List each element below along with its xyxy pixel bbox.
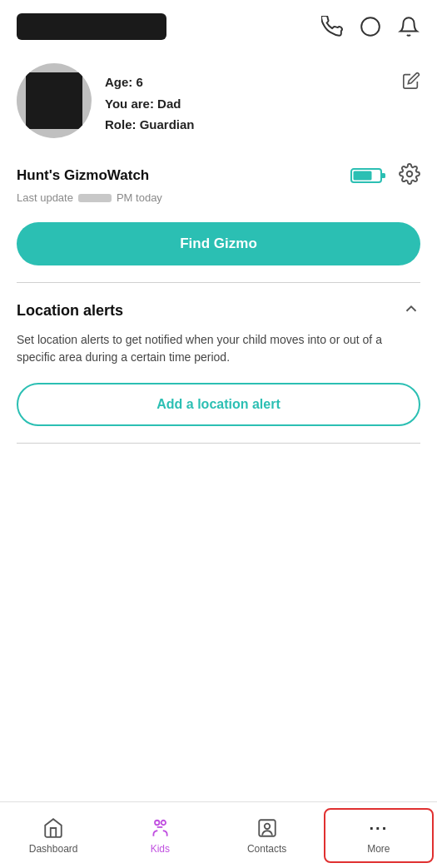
more-icon: ··· — [367, 816, 390, 840]
add-location-alert-button[interactable]: Add a location alert — [17, 383, 420, 426]
watch-subtitle: Last update PM today — [17, 191, 420, 204]
nav-kids[interactable]: Kids — [107, 810, 213, 861]
age-line: Age: 6 — [105, 72, 389, 93]
contacts-icon — [256, 816, 279, 840]
location-alerts-title: Location alerts — [17, 302, 123, 320]
svg-point-6 — [161, 820, 166, 824]
header-title — [17, 13, 166, 40]
svg-rect-7 — [259, 820, 276, 836]
watch-title: Hunt's GizmoWatch — [17, 167, 149, 184]
avatar — [17, 63, 92, 138]
nav-more-label: More — [367, 843, 390, 855]
bottom-nav: Dashboard Kids Contacts ··· More — [0, 801, 437, 868]
watch-header: Hunt's GizmoWatch — [17, 163, 420, 188]
svg-point-5 — [155, 820, 159, 824]
watch-icon-group — [350, 163, 420, 188]
header-icon-group — [320, 15, 420, 38]
role-line: Role: Guardian — [105, 114, 389, 136]
svg-point-4 — [407, 171, 413, 177]
battery-indicator — [350, 164, 387, 187]
find-gizmo-button[interactable]: Find Gizmo — [17, 222, 420, 265]
profile-info: Age: 6 You are: Dad Role: Guardian — [105, 63, 389, 136]
profile-section: Age: 6 You are: Dad Role: Guardian — [0, 50, 437, 155]
svg-rect-2 — [381, 173, 385, 178]
avatar-photo-redacted — [26, 72, 82, 129]
nav-contacts-label: Contacts — [247, 843, 286, 855]
header — [0, 0, 437, 50]
kids-icon — [148, 816, 171, 840]
home-icon — [42, 816, 65, 840]
settings-icon[interactable] — [399, 163, 420, 188]
location-alerts-section: Location alerts Set location alerts to g… — [0, 283, 437, 443]
nav-kids-label: Kids — [151, 843, 170, 855]
svg-rect-3 — [354, 171, 372, 181]
phone-icon[interactable] — [320, 15, 344, 38]
nav-dashboard-label: Dashboard — [29, 843, 78, 855]
nav-contacts[interactable]: Contacts — [214, 810, 320, 861]
edit-button[interactable] — [402, 63, 420, 93]
collapse-location-alerts-button[interactable] — [402, 300, 420, 321]
nav-dashboard[interactable]: Dashboard — [0, 810, 107, 861]
location-alerts-header: Location alerts — [17, 300, 420, 321]
time-redacted — [78, 194, 112, 202]
nav-more[interactable]: ··· More — [324, 808, 434, 863]
you-are-line: You are: Dad — [105, 93, 389, 115]
chat-icon[interactable] — [359, 15, 382, 38]
watch-section: Hunt's GizmoWatch Last update PM today — [0, 155, 437, 217]
svg-point-8 — [264, 823, 270, 829]
bell-icon[interactable] — [397, 15, 420, 38]
location-alerts-description: Set location alerts to get notified when… — [17, 331, 420, 366]
